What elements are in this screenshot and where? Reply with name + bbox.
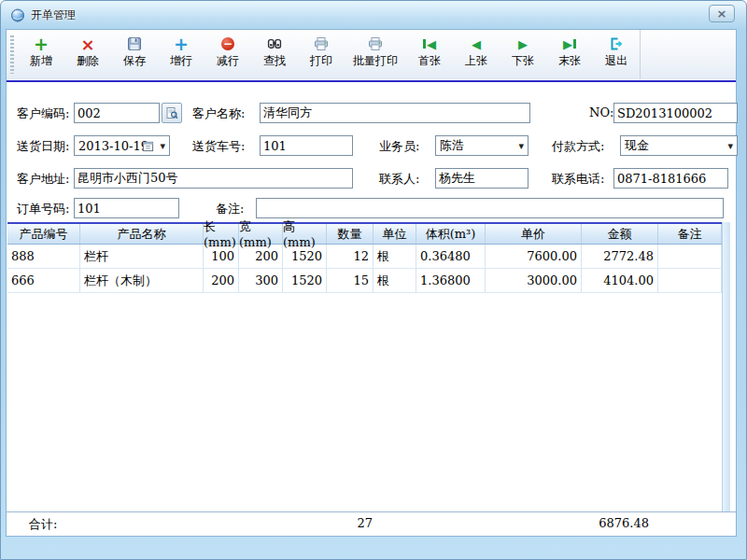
prev-record-icon: ◀: [472, 35, 481, 52]
close-icon: ×: [717, 7, 727, 20]
last-record-icon: ▶: [563, 35, 576, 52]
find-button[interactable]: 查找: [253, 34, 296, 79]
app-window: 开单管理 × + 新增 × 删除: [0, 0, 747, 560]
column-header-length[interactable]: 长(mm): [204, 224, 239, 244]
next-record-button[interactable]: ▶ 下张: [501, 34, 544, 79]
toolbar-grip[interactable]: [10, 35, 14, 74]
cell-price[interactable]: 3000.00: [486, 269, 582, 292]
cell-volume[interactable]: 0.36480: [416, 245, 486, 268]
order-no-input[interactable]: [74, 198, 179, 218]
cell-width[interactable]: 200: [239, 245, 283, 268]
cell-volume[interactable]: 1.36800: [416, 269, 486, 292]
table-row[interactable]: 888 栏杆 100 200 1520 12 根 0.36480 7600.00…: [7, 245, 730, 269]
customer-code-input[interactable]: [74, 103, 160, 123]
cell-length[interactable]: 200: [204, 269, 239, 292]
add-icon: +: [34, 35, 49, 52]
new-button[interactable]: + 新增: [20, 34, 63, 79]
cell-qty[interactable]: 15: [327, 269, 374, 292]
calendar-icon: [142, 140, 154, 152]
cell-length[interactable]: 100: [204, 245, 239, 268]
add-row-button-label: 增行: [170, 53, 192, 69]
totals-row: 合计: 27 6876.48: [7, 511, 736, 536]
chevron-down-icon: ▾: [518, 140, 524, 152]
table-row[interactable]: 666 栏杆（木制） 200 300 1520 15 根 1.36800 300…: [7, 269, 730, 293]
column-header-code[interactable]: 产品编号: [7, 224, 80, 244]
no-input[interactable]: [613, 103, 738, 123]
customer-name-label: 客户名称:: [192, 105, 245, 122]
vehicle-no-label: 送货车号:: [192, 138, 245, 155]
titlebar[interactable]: 开单管理 ×: [1, 1, 746, 29]
cell-name[interactable]: 栏杆（木制）: [80, 269, 204, 292]
cell-unit[interactable]: 根: [374, 269, 416, 292]
chevron-down-icon: ▾: [727, 140, 733, 152]
prev-record-button-label: 上张: [465, 53, 487, 69]
delete-button-label: 删除: [77, 53, 99, 69]
delivery-date-value: 2013-10-19: [78, 139, 148, 153]
arrow-right-glyph: ▶: [563, 37, 572, 51]
column-header-name[interactable]: 产品名称: [80, 224, 204, 244]
print-button[interactable]: 打印: [300, 34, 343, 79]
payment-select[interactable]: 现金 ▾: [620, 135, 738, 156]
delivery-date-picker[interactable]: 2013-10-19 ▾: [74, 135, 170, 156]
cell-code[interactable]: 888: [7, 245, 80, 268]
new-button-label: 新增: [30, 53, 52, 69]
total-amount: 6876.48: [515, 516, 649, 530]
customer-name-input[interactable]: [260, 103, 530, 123]
cell-price[interactable]: 7600.00: [486, 245, 582, 268]
prev-record-button[interactable]: ◀ 上张: [455, 34, 498, 79]
cell-qty[interactable]: 12: [327, 245, 374, 268]
print-button-label: 打印: [310, 53, 332, 69]
add-row-button[interactable]: + 增行: [160, 34, 203, 79]
cell-remark[interactable]: [658, 269, 722, 292]
column-header-qty[interactable]: 数量: [327, 224, 374, 244]
cell-amount[interactable]: 4104.00: [582, 269, 658, 292]
cell-unit[interactable]: 根: [374, 245, 416, 268]
table-scrollbar[interactable]: [722, 222, 730, 511]
arrow-left-glyph: ◀: [427, 37, 436, 51]
remove-row-button-label: 减行: [217, 53, 239, 69]
delete-icon: ×: [80, 35, 94, 52]
column-header-height[interactable]: 高(mm): [283, 224, 327, 244]
remove-row-button[interactable]: − 减行: [206, 34, 249, 79]
contact-input[interactable]: [435, 168, 529, 189]
payment-label: 付款方式:: [552, 138, 604, 155]
column-header-volume[interactable]: 体积(m³): [416, 224, 486, 244]
remove-row-icon: −: [221, 35, 234, 52]
no-label: NO:: [589, 105, 613, 119]
cell-width[interactable]: 300: [239, 269, 283, 292]
column-header-price[interactable]: 单价: [486, 224, 582, 244]
close-button[interactable]: ×: [709, 5, 735, 22]
save-button[interactable]: 保存: [113, 34, 156, 79]
address-input[interactable]: [74, 168, 353, 189]
column-header-unit[interactable]: 单位: [374, 224, 416, 244]
customer-lookup-button[interactable]: [162, 103, 182, 123]
column-header-remark[interactable]: 备注: [658, 224, 722, 244]
first-record-button[interactable]: ◀ 首张: [408, 34, 451, 79]
batch-printer-icon: [368, 35, 383, 52]
toolbar: + 新增 × 删除 保存: [7, 30, 736, 79]
exit-door-icon: [609, 35, 624, 52]
total-quantity: 27: [287, 516, 373, 530]
cell-name[interactable]: 栏杆: [80, 245, 204, 268]
column-header-width[interactable]: 宽(mm): [239, 224, 283, 244]
order-no-label: 订单号码:: [17, 201, 69, 217]
delete-button[interactable]: × 删除: [66, 34, 109, 79]
column-header-amount[interactable]: 金额: [582, 224, 658, 244]
remark-input[interactable]: [256, 198, 724, 218]
last-record-button[interactable]: ▶ 末张: [548, 34, 591, 79]
add-row-icon: +: [174, 35, 189, 52]
salesman-select[interactable]: 陈浩 ▾: [435, 135, 529, 156]
remark-label: 备注:: [216, 201, 244, 217]
cell-height[interactable]: 1520: [283, 269, 327, 292]
exit-button[interactable]: 退出: [595, 34, 638, 79]
salesman-label: 业务员:: [379, 138, 419, 155]
cell-amount[interactable]: 2772.48: [582, 245, 658, 268]
cell-remark[interactable]: [658, 245, 722, 268]
vehicle-no-input[interactable]: [260, 135, 353, 156]
phone-input[interactable]: [613, 168, 728, 189]
delivery-date-label: 送货日期:: [17, 138, 69, 155]
batch-print-button[interactable]: 批量打印: [346, 34, 404, 79]
payment-value: 现金: [625, 137, 649, 154]
cell-code[interactable]: 666: [7, 269, 80, 292]
cell-height[interactable]: 1520: [283, 245, 327, 268]
